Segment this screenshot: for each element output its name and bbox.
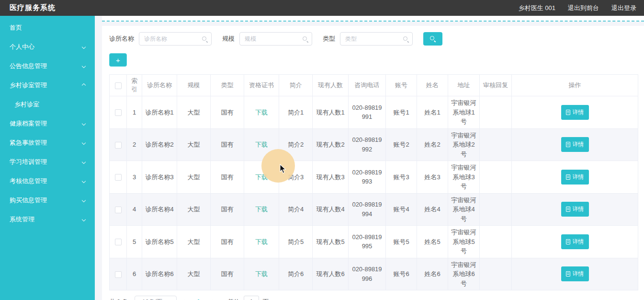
total-count: 共 6 条 — [109, 298, 128, 300]
download-link[interactable]: 下载 — [255, 270, 268, 277]
cell-address: 宇宙银河系地球6号 — [448, 258, 480, 290]
filter-label-1: 规模 — [222, 35, 235, 43]
cell-name: 诊所名称6 — [142, 258, 177, 290]
sidebar-item-3[interactable]: 乡村诊室管理 — [0, 76, 95, 95]
cell-index: 4 — [127, 193, 142, 226]
cell-account: 账号5 — [386, 226, 417, 258]
header-actions: 乡村医生 001 退出到前台 退出登录 — [519, 4, 644, 12]
cell-phone: 020-89819996 — [349, 258, 386, 290]
cell-people: 现有人数4 — [313, 193, 349, 226]
cell-name: 诊所名称5 — [142, 226, 177, 258]
clinic-table: 索引诊所名称规模类型资格证书简介现有人数咨询电话账号姓名地址审核回复操作 1诊所… — [109, 74, 638, 290]
detail-button[interactable]: 详情 — [561, 202, 589, 217]
add-button[interactable]: + — [109, 53, 127, 67]
detail-button[interactable]: 详情 — [561, 170, 589, 185]
cell-type: 国有 — [211, 96, 244, 129]
chevron-down-icon — [82, 64, 86, 68]
column-header-3: 类型 — [211, 75, 244, 96]
cell-person: 姓名6 — [417, 258, 448, 290]
search-button[interactable] — [423, 32, 442, 46]
pagination: 共 6 条 10条/页 1 前往 页 — [109, 296, 638, 300]
row-checkbox[interactable] — [115, 142, 122, 149]
cell-index: 6 — [127, 258, 142, 290]
detail-button-label: 详情 — [573, 108, 584, 116]
detail-button[interactable]: 详情 — [561, 137, 589, 152]
sidebar-item-8[interactable]: 考核信息管理 — [0, 172, 95, 191]
cell-intro: 简介6 — [279, 258, 313, 290]
sidebar-item-10[interactable]: 系统管理 — [0, 210, 95, 229]
goto-page-input[interactable] — [244, 296, 259, 300]
filter-input-0[interactable] — [139, 32, 212, 46]
column-header-0: 索引 — [127, 75, 142, 96]
filter-input-wrap — [239, 32, 312, 46]
filter-input-2[interactable] — [340, 32, 413, 46]
document-icon — [566, 110, 570, 115]
cell-people: 现有人数5 — [313, 226, 349, 258]
cell-phone: 020-89819993 — [349, 161, 386, 194]
sidebar-item-1[interactable]: 个人中心 — [0, 37, 95, 57]
download-link[interactable]: 下载 — [255, 141, 268, 148]
download-link[interactable]: 下载 — [255, 206, 268, 213]
chevron-up-icon — [82, 83, 86, 87]
row-checkbox[interactable] — [115, 174, 122, 181]
menu-item-label: 健康档案管理 — [10, 119, 47, 128]
menu-item-label: 系统管理 — [10, 215, 34, 224]
cell-person: 姓名3 — [417, 161, 448, 194]
filter-row: 诊所名称规模类型 — [109, 32, 638, 46]
cell-intro: 简介1 — [279, 96, 313, 129]
column-header-12: 操作 — [512, 75, 638, 96]
download-link[interactable]: 下载 — [255, 238, 268, 245]
cell-person: 姓名2 — [417, 128, 448, 161]
sidebar-item-0[interactable]: 首页 — [0, 18, 95, 37]
row-checkbox[interactable] — [115, 271, 122, 278]
select-all-checkbox[interactable] — [115, 82, 122, 89]
table-row: 5诊所名称5大型国有下载简介5现有人数5020-89819995账号5姓名5宇宙… — [110, 226, 638, 258]
column-header-9: 姓名 — [417, 75, 448, 96]
sidebar-item-9[interactable]: 购买信息管理 — [0, 191, 95, 210]
logout-link[interactable]: 退出登录 — [611, 4, 636, 12]
filter-input-wrap — [139, 32, 212, 46]
cell-scale: 大型 — [177, 96, 211, 129]
exit-to-front-link[interactable]: 退出到前台 — [568, 4, 599, 12]
cell-account: 账号4 — [386, 193, 417, 226]
detail-button-label: 详情 — [573, 205, 584, 213]
sidebar-item-6[interactable]: 紧急事故管理 — [0, 133, 95, 152]
cell-people: 现有人数2 — [313, 128, 349, 161]
row-checkbox[interactable] — [115, 109, 122, 116]
row-checkbox[interactable] — [115, 207, 122, 213]
filter-input-1[interactable] — [239, 32, 312, 46]
menu-item-label: 购买信息管理 — [10, 196, 47, 205]
sidebar-item-7[interactable]: 学习培训管理 — [0, 152, 95, 172]
cell-people: 现有人数1 — [313, 96, 349, 129]
detail-button-label: 详情 — [573, 140, 584, 149]
menu-item-label: 紧急事故管理 — [10, 138, 47, 147]
sidebar-item-2[interactable]: 公告信息管理 — [0, 57, 95, 76]
cell-review — [480, 161, 512, 194]
document-icon — [566, 271, 570, 277]
current-user[interactable]: 乡村医生 001 — [519, 4, 555, 12]
column-header-2: 规模 — [177, 75, 211, 96]
sidebar-item-5[interactable]: 健康档案管理 — [0, 114, 95, 133]
detail-button[interactable]: 详情 — [561, 105, 589, 120]
cell-scale: 大型 — [177, 258, 211, 290]
menu-item-label: 个人中心 — [10, 43, 34, 51]
cell-index: 2 — [127, 128, 142, 161]
page-size-select[interactable]: 10条/页 — [135, 296, 177, 300]
cell-index: 1 — [127, 96, 142, 129]
detail-button[interactable]: 详情 — [561, 266, 589, 281]
cell-intro: 简介4 — [279, 193, 313, 226]
cell-index: 3 — [127, 161, 142, 194]
cell-address: 宇宙银河系地球3号 — [448, 161, 480, 194]
download-link[interactable]: 下载 — [255, 109, 268, 116]
download-link[interactable]: 下载 — [255, 173, 268, 181]
content-panel: 诊所名称规模类型 + 索引诊所名称规模类型资格证书简介现有人数咨询电话账号姓名地… — [102, 26, 644, 300]
magnifier-icon — [302, 36, 308, 42]
detail-button[interactable]: 详情 — [561, 234, 589, 249]
menu-item-label: 学习培训管理 — [10, 158, 47, 166]
cell-type: 国有 — [211, 226, 244, 258]
column-header-4: 资格证书 — [244, 75, 279, 96]
row-checkbox[interactable] — [115, 239, 122, 245]
cell-address: 宇宙银河系地球5号 — [448, 226, 480, 258]
detail-button-label: 详情 — [573, 173, 584, 181]
sidebar-subitem-4[interactable]: 乡村诊室 — [0, 95, 95, 114]
